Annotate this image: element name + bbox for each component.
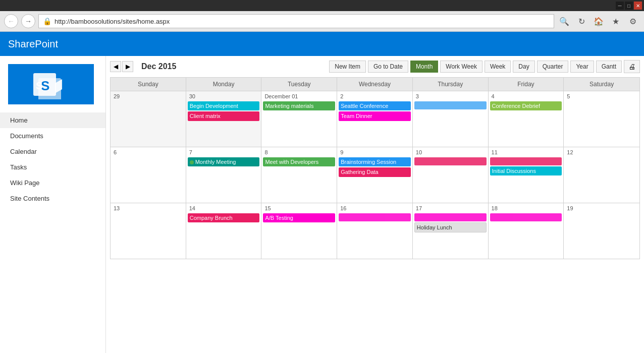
header-thursday: Thursday xyxy=(413,78,489,91)
date-dec03: 3 xyxy=(414,92,487,100)
cal-cell-dec15: 15 A/B Testing xyxy=(261,203,337,259)
date-dec15: 15 xyxy=(262,204,336,212)
new-item-button[interactable]: New Item xyxy=(329,61,366,73)
view-gantt-button[interactable]: Gantt xyxy=(596,61,622,73)
week-row-3: 13 14 Company Brunch 15 A/B Testing 16 1… xyxy=(111,203,639,259)
print-button[interactable]: 🖨 xyxy=(624,60,640,73)
event-initial-discussions[interactable]: Initial Discussions xyxy=(490,166,562,175)
view-month-button[interactable]: Month xyxy=(410,61,438,73)
event-monthly-meeting[interactable]: Monthly Meeting xyxy=(188,157,260,166)
week-row-2: 6 7 Monthly Meeting 8 Meet with Develope… xyxy=(111,147,639,203)
event-seattle-conference[interactable]: Seattle Conference xyxy=(339,101,411,110)
view-workweek-button[interactable]: Work Week xyxy=(440,61,482,73)
date-dec08: 8 xyxy=(262,148,336,156)
forward-button[interactable]: → xyxy=(21,14,35,28)
browser-security-icon: 🔒 xyxy=(43,17,51,25)
header-friday: Friday xyxy=(489,78,564,91)
search-button[interactable]: 🔍 xyxy=(557,14,571,28)
go-to-date-button[interactable]: Go to Date xyxy=(368,61,408,73)
cal-cell-dec03: 3 xyxy=(413,91,489,147)
event-marketing-materials[interactable]: Marketing materials xyxy=(263,101,335,110)
event-team-dinner[interactable]: Team Dinner xyxy=(339,111,411,121)
cal-cell-dec09: 9 Brainstorming Session Gathering Data xyxy=(337,147,413,203)
view-quarter-button[interactable]: Quarter xyxy=(537,61,569,73)
address-bar[interactable]: 🔒 http://bamboosolutions/sites/home.aspx xyxy=(38,14,554,28)
cal-cell-dec17: 17 Holiday Lunch xyxy=(413,203,489,259)
sidebar-item-documents[interactable]: Documents xyxy=(0,128,105,144)
title-bar: ─ □ ✕ xyxy=(0,0,644,11)
sharepoint-header: SharePoint xyxy=(0,32,644,56)
event-seattle-conference-cont xyxy=(414,101,487,109)
back-button[interactable]: ← xyxy=(4,14,18,28)
sidebar: S S Home Documents Calendar Tasks Wiki P… xyxy=(0,56,106,353)
svg-text:S: S xyxy=(36,80,42,91)
cal-cell-dec07: 7 Monthly Meeting xyxy=(186,147,262,203)
cal-cell-dec01: December 01 Marketing materials xyxy=(261,91,337,147)
cal-cell-dec18: 18 xyxy=(489,203,564,259)
sp-logo-box: S S xyxy=(8,64,94,104)
date-dec19: 19 xyxy=(565,204,638,212)
close-button[interactable]: ✕ xyxy=(634,2,642,10)
event-gathering-data-cont1 xyxy=(414,157,487,165)
date-dec13: 13 xyxy=(112,204,185,212)
header-wednesday: Wednesday xyxy=(337,78,413,91)
event-client-matrix[interactable]: Client matrix xyxy=(188,111,260,121)
event-ab-testing-cont1 xyxy=(339,213,411,221)
event-conference-debrief[interactable]: Conference Debrief xyxy=(490,101,562,110)
prev-month-button[interactable]: ◀ xyxy=(110,61,121,72)
date-dec01: December 01 xyxy=(262,92,336,100)
cal-cell-dec12: 12 xyxy=(564,147,639,203)
date-dec18: 18 xyxy=(490,204,563,212)
header-tuesday: Tuesday xyxy=(261,78,337,91)
event-brainstorming[interactable]: Brainstorming Session xyxy=(339,157,411,166)
event-gathering-data[interactable]: Gathering Data xyxy=(339,167,411,177)
event-ab-testing-cont3 xyxy=(490,213,562,221)
refresh-button[interactable]: ↻ xyxy=(574,14,588,28)
view-week-button[interactable]: Week xyxy=(485,61,511,73)
event-ab-testing[interactable]: A/B Testing xyxy=(263,213,335,222)
cal-cell-dec13: 13 xyxy=(111,203,186,259)
next-month-button[interactable]: ▶ xyxy=(122,61,133,72)
event-company-brunch[interactable]: Company Brunch xyxy=(188,213,260,222)
sidebar-item-calendar[interactable]: Calendar xyxy=(0,144,105,159)
view-year-button[interactable]: Year xyxy=(570,61,594,73)
calendar-toolbar: ◀ ▶ Dec 2015 New Item Go to Date Month W… xyxy=(110,60,640,73)
date-dec12: 12 xyxy=(565,148,638,156)
minimize-button[interactable]: ─ xyxy=(616,2,624,10)
event-gathering-data-cont2 xyxy=(490,157,562,165)
cal-cell-dec16: 16 xyxy=(337,203,413,259)
event-meet-developers[interactable]: Meet with Developers xyxy=(263,157,335,166)
calendar-grid: Sunday Monday Tuesday Wednesday Thursday… xyxy=(110,77,640,259)
sidebar-item-tasks[interactable]: Tasks xyxy=(0,159,105,175)
date-dec17: 17 xyxy=(414,204,487,212)
home-button[interactable]: 🏠 xyxy=(592,14,606,28)
sidebar-item-wiki[interactable]: Wiki Page xyxy=(0,175,105,191)
date-dec02: 2 xyxy=(338,92,411,100)
view-day-button[interactable]: Day xyxy=(513,61,534,73)
calendar-header-row: Sunday Monday Tuesday Wednesday Thursday… xyxy=(111,78,639,91)
week-row-1: 29 30 Begin Development Client matrix De… xyxy=(111,91,639,147)
date-dec05: 5 xyxy=(565,92,638,100)
event-holiday-lunch[interactable]: Holiday Lunch xyxy=(414,222,487,232)
event-begin-development[interactable]: Begin Development xyxy=(188,101,260,110)
maximize-button[interactable]: □ xyxy=(625,2,633,10)
header-sunday: Sunday xyxy=(111,78,186,91)
calendar-toolbar-right: New Item Go to Date Month Work Week Week… xyxy=(329,60,640,73)
settings-button[interactable]: ⚙ xyxy=(626,14,640,28)
cal-cell-dec11: 11 Initial Discussions xyxy=(489,147,564,203)
favorites-button[interactable]: ★ xyxy=(609,14,623,28)
cal-cell-dec04: 4 Conference Debrief xyxy=(489,91,564,147)
date-dec11: 11 xyxy=(490,148,563,156)
cal-cell-nov30: 30 Begin Development Client matrix xyxy=(186,91,262,147)
date-dec06: 6 xyxy=(112,148,185,156)
sidebar-nav: Home Documents Calendar Tasks Wiki Page … xyxy=(0,112,105,206)
cal-cell-dec02: 2 Seattle Conference Team Dinner xyxy=(337,91,413,147)
cal-cell-nov29: 29 xyxy=(111,91,186,147)
sidebar-item-home[interactable]: Home xyxy=(0,112,105,128)
cal-cell-dec05: 5 xyxy=(564,91,639,147)
sidebar-item-site-contents[interactable]: Site Contents xyxy=(0,191,105,206)
calendar-title: Dec 2015 xyxy=(141,62,176,71)
event-ab-testing-cont2 xyxy=(414,213,487,221)
cal-cell-dec06: 6 xyxy=(111,147,186,203)
date-dec10: 10 xyxy=(414,148,487,156)
